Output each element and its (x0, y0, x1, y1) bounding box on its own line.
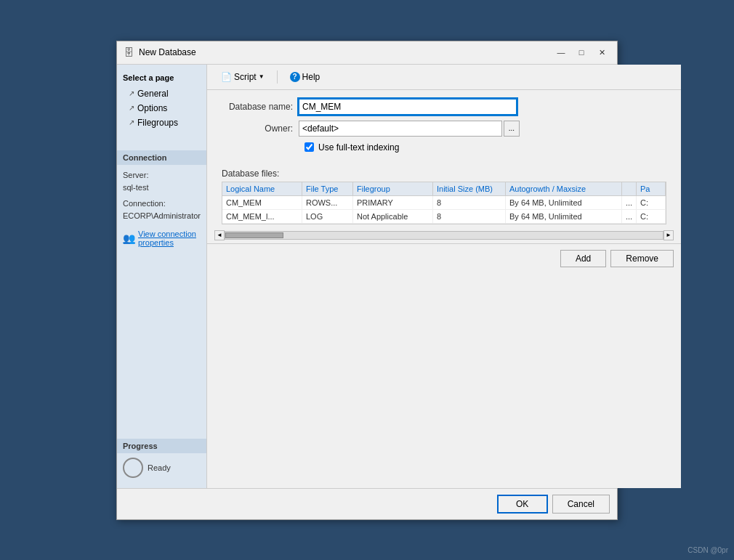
row1-logical-name: CM_MEM (222, 196, 302, 209)
toolbar: 📄 Script ▼ ? Help (207, 65, 681, 90)
connection-section-header: Connection (117, 150, 206, 165)
sidebar-item-filegroups-label: Filegroups (137, 118, 178, 128)
dialog-footer: OK Cancel (117, 488, 617, 519)
help-label: Help (302, 72, 320, 82)
db-name-input[interactable] (299, 99, 517, 115)
arrow-icon-2: ↗ (129, 104, 134, 112)
sidebar-item-filegroups[interactable]: ↗ Filegroups (117, 115, 206, 130)
table-header: Logical Name File Type Filegroup Initial… (222, 182, 666, 196)
horizontal-scrollbar[interactable] (225, 231, 664, 240)
connection-info: Server: sql-test Connection: ECORP\Admin… (117, 165, 206, 227)
row1-btn[interactable]: ... (622, 196, 637, 209)
toolbar-divider (277, 70, 278, 84)
row1-file-type: ROWS... (302, 196, 353, 209)
add-button[interactable]: Add (560, 250, 606, 267)
ready-circle (123, 458, 143, 478)
connection-value: ECORP\Administrator (123, 210, 201, 223)
col-filegroup: Filegroup (353, 182, 433, 195)
help-button[interactable]: ? Help (283, 69, 327, 85)
help-icon: ? (290, 72, 300, 82)
sidebar-item-general[interactable]: ↗ General (117, 86, 206, 101)
row2-filegroup: Not Applicable (353, 210, 433, 223)
title-bar: 🗄 New Database — □ ✕ (117, 41, 617, 65)
server-label: Server: (123, 169, 201, 182)
full-text-label: Use full-text indexing (318, 142, 399, 153)
col-initial-size: Initial Size (MB) (433, 182, 506, 195)
new-database-dialog: 🗄 New Database — □ ✕ Select a page ↗ Gen… (116, 41, 618, 520)
script-icon: 📄 (221, 72, 232, 82)
full-text-checkbox[interactable] (305, 142, 314, 152)
script-button[interactable]: 📄 Script ▼ (214, 69, 271, 85)
database-files-label: Database files: (214, 169, 674, 179)
row1-filegroup: PRIMARY (353, 196, 433, 209)
sidebar-item-general-label: General (137, 89, 169, 99)
row1-path: C: (637, 196, 666, 209)
server-value: sql-test (123, 182, 201, 195)
arrow-icon-3: ↗ (129, 118, 134, 126)
col-btn (622, 182, 637, 195)
scroll-right-button[interactable]: ► (664, 230, 674, 240)
view-connection-properties-label: View connection properties (138, 230, 201, 247)
row1-initial-size: 8 (433, 196, 506, 209)
table-section: Database files: Logical Name File Type F… (207, 169, 681, 227)
sidebar-item-options-label: Options (137, 103, 167, 113)
title-bar-buttons: — □ ✕ (552, 45, 611, 60)
col-autogrowth: Autogrowth / Maxsize (506, 182, 622, 195)
scrollbar-thumb[interactable] (225, 232, 283, 238)
ready-status: Ready (117, 453, 206, 482)
db-name-row: Database name: (219, 99, 669, 115)
row2-initial-size: 8 (433, 210, 506, 223)
dialog-body: Select a page ↗ General ↗ Options ↗ File… (117, 65, 617, 488)
owner-input[interactable] (299, 121, 502, 137)
form-area: Database name: Owner: ... Use full-text … (207, 90, 681, 169)
remove-button[interactable]: Remove (610, 250, 674, 267)
minimize-button[interactable]: — (552, 45, 570, 60)
scrollbar-area: ◄ ► (207, 227, 681, 243)
full-text-row: Use full-text indexing (219, 142, 669, 153)
col-file-type: File Type (302, 182, 353, 195)
owner-row: Owner: ... (219, 121, 669, 137)
cancel-button[interactable]: Cancel (552, 495, 610, 514)
connection-label: Connection: (123, 198, 201, 211)
ok-button[interactable]: OK (497, 495, 548, 514)
row2-autogrowth: By 64 MB, Unlimited (506, 210, 622, 223)
script-label: Script (234, 72, 257, 82)
row1-autogrowth: By 64 MB, Unlimited (506, 196, 622, 209)
col-path: Pa (637, 182, 666, 195)
script-dropdown-arrow: ▼ (259, 73, 265, 80)
select-page-label: Select a page (117, 70, 206, 86)
close-button[interactable]: ✕ (592, 45, 611, 60)
main-content: 📄 Script ▼ ? Help Database name: Owner: (207, 65, 681, 488)
ready-label: Ready (148, 463, 171, 472)
owner-browse-button[interactable]: ... (504, 121, 520, 137)
view-connection-properties-link[interactable]: 👥 View connection properties (117, 227, 206, 249)
scroll-left-button[interactable]: ◄ (214, 230, 225, 240)
connection-icon: 👥 (123, 232, 135, 244)
table-rows: CM_MEM ROWS... PRIMARY 8 By 64 MB, Unlim… (222, 196, 666, 224)
row2-path: C: (637, 210, 666, 223)
owner-label: Owner: (219, 123, 299, 134)
row2-file-type: LOG (302, 210, 353, 223)
watermark: CSDN @0pr (687, 546, 728, 554)
table-row[interactable]: CM_MEM ROWS... PRIMARY 8 By 64 MB, Unlim… (222, 196, 666, 210)
dialog-icon: 🗄 (123, 46, 134, 58)
arrow-icon: ↗ (129, 89, 134, 97)
dialog-title: New Database (139, 47, 552, 57)
col-logical-name: Logical Name (222, 182, 302, 195)
sidebar-item-options[interactable]: ↗ Options (117, 101, 206, 115)
row2-logical-name: CM_MEM_l... (222, 210, 302, 223)
table-row[interactable]: CM_MEM_l... LOG Not Applicable 8 By 64 M… (222, 210, 666, 224)
add-remove-buttons: Add Remove (207, 243, 681, 273)
sidebar: Select a page ↗ General ↗ Options ↗ File… (117, 65, 207, 488)
maximize-button[interactable]: □ (572, 45, 591, 60)
progress-section-header: Progress (117, 439, 206, 453)
database-files-table: Logical Name File Type Filegroup Initial… (222, 182, 666, 224)
db-name-label: Database name: (219, 102, 299, 112)
row2-btn[interactable]: ... (622, 210, 637, 223)
